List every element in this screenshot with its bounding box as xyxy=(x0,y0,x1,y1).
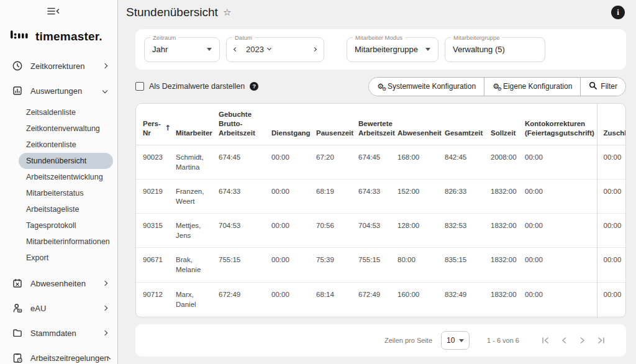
cell-zuschlaege: 00:00 xyxy=(597,145,626,179)
next-page-button[interactable] xyxy=(578,335,588,345)
cell-gebuchte-brutto: 674:45 xyxy=(219,145,271,179)
column-header-abwesenheit[interactable]: Abwesenheit xyxy=(398,104,445,145)
calendar-absence-icon xyxy=(12,278,23,289)
page-title: Stundenübersicht ☆ xyxy=(126,6,231,19)
info-icon[interactable]: i xyxy=(611,6,625,19)
cell-gebuchte-brutto: 575:33 xyxy=(219,316,271,318)
decimal-values-checkbox[interactable] xyxy=(135,82,144,91)
column-header-bewertete-arbeitszeit[interactable]: Bewertete Arbeitszeit xyxy=(358,104,398,145)
column-header-kontokorrekturen[interactable]: Kontokorrekturen (Feiertagsgutschrift) xyxy=(525,104,597,145)
cell-pausenzeit: 59:29 xyxy=(316,316,358,318)
sidebar-item-stammdaten[interactable]: Stammdaten xyxy=(0,321,118,345)
cell-kontokorrekturen: 00:00 xyxy=(525,316,597,318)
column-header-mitarbeiter[interactable]: Mitarbeiter xyxy=(176,104,219,145)
toolbar-row: Als Dezimalwerte darstellen ? ⚙⚙ Systemw… xyxy=(135,70,626,103)
mitarbeitergruppe-field[interactable]: Mitarbeitergruppe Verwaltung (5) xyxy=(445,37,545,62)
sidebar-item-arbeitszeitregelungen[interactable]: Arbeitszeitregelungen xyxy=(0,345,118,364)
cell-gebuchte-brutto: 755:15 xyxy=(219,248,271,282)
column-header-dienstgang[interactable]: Dienstgang xyxy=(271,104,316,145)
column-header-pausenzeit[interactable]: Pausenzeit xyxy=(316,104,358,145)
filter-button[interactable]: Filter xyxy=(581,78,625,96)
cell-pausenzeit: 68:14 xyxy=(316,282,358,316)
dropdown-arrow-icon xyxy=(459,339,464,342)
table-body: 90023 Schmidt, Martina 674:45 00:00 67:2… xyxy=(136,145,626,318)
sidebar-subitem-zeitkontenliste[interactable]: Zeitkontenliste xyxy=(19,137,113,153)
datum-value[interactable]: 2023 xyxy=(246,45,264,54)
bar-chart-icon xyxy=(12,85,23,96)
sidebar-subitem-stundenübersicht[interactable]: Stundenübersicht xyxy=(19,153,113,169)
cell-mitarbeiter: Schmidt, Martina xyxy=(176,145,219,179)
rows-per-page-label: Zeilen pro Seite xyxy=(384,337,432,344)
sidebar-subitem-zeitsaldenliste[interactable]: Zeitsaldenliste xyxy=(19,104,113,121)
sidebar-item-zeitkorrekturen[interactable]: Zeitkorrekturen xyxy=(0,53,118,78)
collapse-sidebar-button[interactable] xyxy=(45,6,62,19)
sidebar-subitem-zeitkontenverwaltung[interactable]: Zeitkontenverwaltung xyxy=(19,121,113,137)
cell-gebuchte-brutto: 672:49 xyxy=(219,282,271,316)
cell-pers-nr: 90023 xyxy=(136,145,176,179)
cell-sollzeit: 1832:00 xyxy=(491,316,525,318)
sidebar-subitem-arbeitszeitentwicklung[interactable]: Arbeitszeitentwicklung xyxy=(19,169,113,185)
sidebar-item-label: Arbeitszeitregelungen xyxy=(30,353,109,363)
sidebar-subitem-export[interactable]: Export xyxy=(19,250,113,266)
dropdown-arrow-icon xyxy=(207,48,212,51)
sort-ascending-icon[interactable]: ↑ xyxy=(165,124,171,134)
sidebar-subitem-mitarbeiterinformationen[interactable]: Mitarbeiterinformationen xyxy=(19,234,113,250)
favorite-star-icon[interactable]: ☆ xyxy=(223,7,231,18)
cell-sollzeit: 1832:00 xyxy=(491,180,525,214)
mitarbeitergruppe-label: Mitarbeitergruppe xyxy=(451,34,502,41)
gears-icon: ⚙⚙ xyxy=(493,83,499,90)
cell-kontokorrekturen: 00:00 xyxy=(525,145,597,179)
column-header-gebuchte-brutto-arbeitszeit[interactable]: Gebuchte Brutto-Arbeitszeit xyxy=(219,104,271,145)
first-page-button[interactable] xyxy=(540,335,550,345)
previous-page-button[interactable] xyxy=(559,335,569,345)
sidebar-subitem-tagesprotokoll[interactable]: Tagesprotokoll xyxy=(19,217,113,234)
help-icon[interactable]: ? xyxy=(250,82,258,91)
cell-gesamtzeit: 832:53 xyxy=(445,214,491,248)
next-year-icon[interactable] xyxy=(312,47,317,52)
column-header-gesamtzeit[interactable]: Gesamtzeit xyxy=(445,104,491,145)
dropdown-arrow-icon xyxy=(425,48,430,51)
chevron-right-icon xyxy=(102,63,107,68)
cell-pers-nr: 90315 xyxy=(136,214,176,248)
logo-text: timemaster. xyxy=(35,30,102,43)
column-header-pers-nr[interactable]: Pers-Nr ↑ xyxy=(136,104,176,145)
cell-pausenzeit: 67:20 xyxy=(316,145,358,179)
cell-bewertete: 704:53 xyxy=(358,214,398,248)
mitarbeiter-modus-select[interactable]: Mitarbeiter Modus Mitarbeitergruppe xyxy=(347,37,438,62)
cell-gesamtzeit: 832:49 xyxy=(445,282,491,316)
cell-pers-nr: 90871 xyxy=(136,316,176,318)
chevron-right-icon xyxy=(102,281,107,286)
last-page-button[interactable] xyxy=(596,335,606,345)
cell-pausenzeit: 75:39 xyxy=(316,248,358,282)
cell-kontokorrekturen: 00:00 xyxy=(525,214,597,248)
pagination-bar: Zeilen pro Seite 10 1 - 6 von 6 xyxy=(135,324,626,357)
sidebar-item-auswertungen[interactable]: Auswertungen xyxy=(0,78,118,103)
chevron-right-icon xyxy=(102,306,107,311)
column-header-sollzeit[interactable]: Sollzeit xyxy=(491,104,525,145)
main-content: Stundenübersicht ☆ i Zeitraum Jahr Datum… xyxy=(119,0,636,364)
table-header-row: Pers-Nr ↑ Mitarbeiter Gebuchte Brutto-Ar… xyxy=(136,104,626,145)
cell-kontokorrekturen: 00:00 xyxy=(525,180,597,214)
sidebar-item-label: Auswertungen xyxy=(30,86,103,96)
table-row: 90671 Brak, Melanie 755:15 00:00 75:39 7… xyxy=(136,248,626,282)
sidebar-subitem-arbeitstageliste[interactable]: Arbeitstageliste xyxy=(19,201,113,217)
previous-year-icon[interactable] xyxy=(234,47,238,52)
column-header-zuschlaege[interactable]: Zuschläge xyxy=(597,104,626,145)
sidebar-item-abwesenheiten[interactable]: Abwesenheiten xyxy=(0,271,118,296)
collapse-menu-icon xyxy=(47,6,60,19)
decimal-values-label: Als Dezimalwerte darstellen xyxy=(149,82,245,91)
cell-sollzeit: 1832:00 xyxy=(491,282,525,316)
sidebar-subitem-mitarbeiterstatus[interactable]: Mitarbeiterstatus xyxy=(19,185,113,201)
systemweite-konfiguration-button[interactable]: ⚙⚙ Systemweite Konfiguration xyxy=(369,78,484,96)
cell-zuschlaege: 00:00 xyxy=(597,282,626,316)
rows-per-page-select[interactable]: 10 xyxy=(441,331,470,350)
sidebar-nav: Zeitkorrekturen Auswertungen Zeitsaldenl… xyxy=(0,53,118,364)
person-id-icon xyxy=(12,303,23,314)
eigene-konfiguration-button[interactable]: ⚙⚙ Eigene Konfiguration xyxy=(484,78,581,96)
cell-kontokorrekturen: 00:00 xyxy=(525,248,597,282)
pager-controls xyxy=(540,335,606,345)
cell-mitarbeiter: Brak, Melanie xyxy=(176,248,219,282)
sidebar-item-eau[interactable]: eAU xyxy=(0,296,118,321)
zeitraum-select[interactable]: Zeitraum Jahr xyxy=(144,37,220,62)
cell-pers-nr: 90712 xyxy=(136,282,176,316)
